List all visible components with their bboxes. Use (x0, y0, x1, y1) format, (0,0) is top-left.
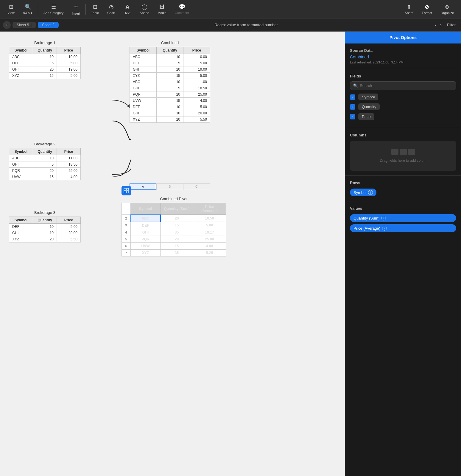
cell-qty: 15 (161, 222, 193, 229)
toolbar-table[interactable]: ⊟ Table (87, 2, 103, 16)
toolbar-text[interactable]: A Text (119, 2, 136, 16)
next-sheet-button[interactable]: › (439, 21, 443, 29)
chart-icon: ◔ (109, 4, 114, 10)
values-quantity-info-icon[interactable]: i (381, 216, 386, 220)
field-price-checkbox[interactable]: ✓ (350, 114, 355, 119)
columns-drop-zone[interactable]: Drag fields here to add colum (350, 141, 456, 171)
table-row: 5PQR2025.00 (122, 236, 226, 242)
row-number: 5 (122, 236, 131, 242)
cell: UVW (9, 174, 33, 180)
cell: 10 (33, 224, 57, 230)
pivot-options-header: Pivot Options (345, 32, 461, 43)
row-number: 7 (122, 249, 131, 256)
cell: 5.00 (183, 104, 210, 110)
rows-symbol-info-icon[interactable]: i (368, 190, 373, 195)
abc-cell-a[interactable]: A (130, 183, 156, 190)
cell: 10 (33, 54, 57, 60)
toolbar-organize-label: Organize (440, 11, 454, 15)
row-number: 4 (122, 229, 131, 236)
field-symbol-checkbox[interactable]: ✓ (350, 94, 355, 100)
abc-row: A B C (130, 183, 210, 190)
zoom-icon: 🔍 (25, 4, 31, 10)
toolbar-organize[interactable]: ⊛ Organize (436, 2, 458, 16)
toolbar-zoom[interactable]: 🔍 93% ▾ (19, 2, 37, 16)
values-price-info-icon[interactable]: i (382, 226, 387, 231)
columns-section: Columns Drag fields here to add colum (345, 128, 461, 176)
values-price-pill[interactable]: Price (Average) i (350, 224, 456, 232)
tab-sheet2[interactable]: Sheet 2 (38, 22, 58, 28)
cell: 10 (157, 104, 183, 110)
cell: 11.00 (57, 155, 81, 161)
toolbar-zoom-label: 93% ▾ (23, 11, 32, 15)
table-row: ABC1010.00 (130, 54, 210, 60)
toolbar-shape[interactable]: ◯ Shape (136, 2, 153, 16)
cell: 20 (33, 168, 57, 174)
cell: XYZ (9, 236, 33, 242)
filter-button[interactable]: Filter (445, 21, 458, 28)
toolbar-share-label: Share (405, 11, 413, 15)
cell: 5.50 (57, 236, 81, 242)
toolbar-comment-label: Comment (175, 11, 189, 15)
rows-symbol-pill[interactable]: Symbol i (350, 189, 376, 196)
toolbar-media-label: Media (158, 11, 166, 15)
canvas[interactable]: Brokerage 1 Symbol Quantity Price ABC101… (0, 32, 345, 476)
cell: 20 (157, 66, 183, 73)
toolbar-insert-label: Insert (72, 12, 80, 15)
fields-label: Fields (350, 74, 456, 78)
cell: 15 (157, 73, 183, 79)
field-quantity-label[interactable]: Quantity (358, 103, 380, 110)
table-row: ABC1011.00 (130, 79, 210, 85)
table-row: 4GHI3519.17 (122, 229, 226, 236)
toolbar-chart[interactable]: ◔ Chart (103, 2, 119, 16)
brokerage1-table: Symbol Quantity Price ABC1010.00DEF55.00… (9, 47, 81, 79)
toolbar-media[interactable]: 🖼 Media (153, 3, 171, 16)
fields-search-input[interactable] (360, 83, 453, 88)
toolbar-table-label: Table (91, 11, 99, 15)
table-row: GHI1020.00 (9, 230, 81, 236)
table-icon-button[interactable] (122, 186, 131, 195)
toolbar-view[interactable]: ⊞ View (3, 2, 19, 16)
toolbar-format[interactable]: ⊘ Format (418, 2, 437, 16)
b2-col-price: Price (57, 148, 81, 155)
fields-search-box[interactable]: 🔍 (350, 81, 456, 90)
insert-icon: + (74, 3, 78, 11)
cell: 20 (157, 91, 183, 98)
brokerage3-table: Symbol Quantity Price DEF105.00GHI1020.0… (9, 217, 81, 242)
abc-cell-b[interactable]: B (156, 183, 183, 190)
abc-cell-c[interactable]: C (183, 183, 210, 190)
b3-col-price: Price (57, 217, 81, 224)
add-sheet-button[interactable]: + (3, 21, 11, 29)
cell: 20 (157, 116, 183, 123)
table-icon: ⊟ (93, 4, 97, 10)
cell-symbol: DEF (131, 222, 161, 229)
view-icon: ⊞ (9, 4, 13, 10)
toolbar-insert[interactable]: + Insert (68, 2, 84, 16)
toolbar-share[interactable]: ⬆ Share (401, 2, 418, 16)
cell: DEF (9, 224, 33, 230)
prev-sheet-button[interactable]: ‹ (434, 21, 437, 29)
tab-sheet1[interactable]: Sheet 5.1 (13, 22, 36, 28)
source-data-value[interactable]: Combined (350, 55, 456, 59)
cell-qty: 20 (161, 215, 193, 222)
cell-symbol: GHI (131, 229, 161, 236)
table-row: 2ABC2010.50 (122, 215, 226, 222)
table-row: DEF105.00 (130, 104, 210, 110)
cell: 5.00 (183, 60, 210, 66)
values-quantity-pill[interactable]: Quantity (Sum) i (350, 214, 456, 222)
cell-symbol: UVW (131, 242, 161, 249)
svg-rect-1 (124, 188, 126, 190)
toolbar-add-category[interactable]: ☰ Add Category (39, 2, 68, 16)
source-data-label: Source Data (350, 48, 456, 53)
values-section: Values Quantity (Sum) i Price (Average) … (345, 201, 461, 237)
field-symbol-label[interactable]: Symbol (358, 94, 378, 100)
table-row: GHI518.50 (130, 85, 210, 91)
field-price: ✓ Price (350, 113, 456, 120)
cell: 19.00 (183, 66, 210, 73)
b3-col-symbol: Symbol (9, 217, 33, 224)
field-symbol: ✓ Symbol (350, 94, 456, 100)
combined-pivot-title: Combined Pivot (122, 195, 226, 203)
cell-price: 10.50 (193, 215, 226, 222)
field-price-label[interactable]: Price (358, 113, 374, 120)
combined-container: Combined Symbol Quantity Price ABC1010.0… (130, 41, 210, 123)
field-quantity-checkbox[interactable]: ✓ (350, 104, 355, 110)
